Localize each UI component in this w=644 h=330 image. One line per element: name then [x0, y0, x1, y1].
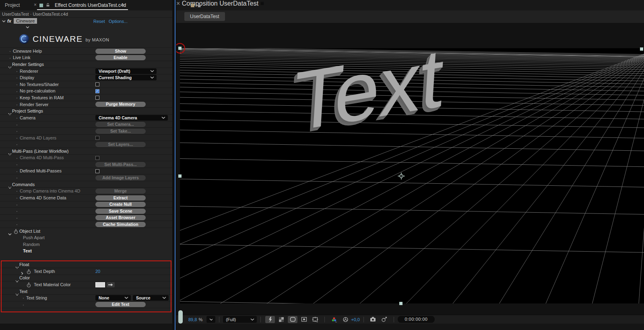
param-button[interactable]: Enable: [95, 55, 146, 60]
group-label[interactable]: Float: [19, 262, 29, 267]
effect-name[interactable]: Cineware: [14, 18, 37, 24]
stopwatch-icon[interactable]: [27, 269, 31, 275]
param-label: Display: [20, 75, 34, 80]
param-button[interactable]: Save Scene: [95, 209, 146, 214]
left-tab-bar: Project × Effect Controls UserDataTest.c…: [0, 0, 172, 10]
snapshot-view-icon: [381, 317, 387, 322]
region-of-interest-button[interactable]: [299, 316, 309, 323]
param-button[interactable]: Cache Simulation: [95, 222, 146, 227]
unlock-icon[interactable]: [197, 3, 201, 8]
aperture-icon: [343, 317, 349, 322]
group-label[interactable]: Color: [19, 275, 30, 280]
camera-icon: [370, 317, 376, 322]
param-button[interactable]: Show: [95, 49, 146, 54]
group-label[interactable]: Render Settings: [12, 62, 44, 67]
group-label[interactable]: Multi-Pass (Linear Workflow): [12, 149, 68, 154]
preview-timecode[interactable]: 0:00:00:00: [398, 316, 435, 323]
group-row: Multi-Pass (Linear Workflow): [0, 148, 172, 154]
mask-visibility-button[interactable]: [288, 316, 297, 323]
object-list-item[interactable]: Random: [23, 242, 40, 247]
magnification-dropdown-button[interactable]: [206, 316, 215, 323]
reset-exposure-button[interactable]: [341, 316, 350, 323]
eyedropper-button[interactable]: [107, 282, 115, 287]
transparency-grid-button[interactable]: [277, 316, 286, 323]
options-link[interactable]: Options...: [109, 19, 128, 24]
group-label[interactable]: Commands: [12, 182, 35, 187]
select-value: Current Shading: [99, 75, 132, 80]
layer-handle-top-right[interactable]: [640, 47, 643, 51]
param-checkbox[interactable]: [95, 156, 99, 160]
param-checkbox[interactable]: [95, 82, 99, 86]
reset-link[interactable]: Reset: [93, 19, 105, 24]
composition-status-bar: 89,8 % (Full): [176, 315, 644, 324]
effect-row: Text StringNoneSource: [0, 294, 172, 301]
param-label: Defined Multi-Passes: [20, 168, 62, 173]
object-list-item[interactable]: Push Apart: [23, 235, 45, 240]
param-button[interactable]: Edit Text: [95, 302, 146, 307]
param-checkbox[interactable]: [95, 136, 99, 140]
param-checkbox[interactable]: [95, 96, 99, 100]
param-label: Cinema 4D Scene Data: [20, 195, 66, 200]
effect-row: Add Image Layers: [0, 174, 172, 181]
fast-preview-button[interactable]: [265, 316, 275, 323]
scrollbar-thumb[interactable]: [178, 310, 183, 324]
color-swatch[interactable]: [95, 282, 105, 287]
param-button[interactable]: Merge: [95, 189, 146, 194]
right-tab-bar: × Composition UserDataTest ≡: [176, 0, 644, 10]
param-button[interactable]: Asset Browser: [95, 215, 146, 220]
close-tab-icon[interactable]: ×: [176, 0, 180, 7]
param-button[interactable]: Create Null: [95, 202, 146, 207]
group-label[interactable]: Object List: [19, 229, 40, 234]
param-button[interactable]: Set Layers...: [95, 142, 146, 147]
param-button[interactable]: Set Multi-Pass...: [95, 162, 146, 167]
take-snapshot-button[interactable]: [368, 316, 378, 323]
row-dot: [17, 91, 17, 92]
anchor-point-icon[interactable]: [398, 172, 405, 180]
param-select[interactable]: Cinema 4D Camera: [95, 115, 168, 121]
panel-divider[interactable]: [172, 0, 176, 330]
param-button[interactable]: Add Image Layers: [95, 175, 146, 180]
param-select[interactable]: Source: [133, 295, 169, 301]
param-button[interactable]: Extract: [95, 195, 146, 201]
param-select[interactable]: Current Shading: [95, 75, 157, 80]
param-value[interactable]: 20: [95, 269, 100, 274]
chevron-down-icon[interactable]: [2, 20, 6, 23]
panel-menu-icon[interactable]: ≡: [260, 0, 264, 7]
param-button[interactable]: Set Camera...: [95, 122, 146, 127]
layer-handle-bottom-center[interactable]: [399, 302, 402, 305]
row-dot: [17, 224, 17, 225]
cineware-swirl-icon: [19, 34, 29, 44]
param-checkbox[interactable]: ✓: [95, 89, 99, 93]
chevron-down-icon: [124, 297, 128, 299]
show-channel-button[interactable]: [329, 316, 339, 323]
group-label[interactable]: Project Settings: [12, 109, 43, 113]
param-select[interactable]: None: [95, 295, 131, 301]
grid-guide-options-button[interactable]: [310, 316, 320, 323]
close-tab-icon[interactable]: ×: [34, 2, 37, 8]
group-label[interactable]: Text: [19, 289, 27, 294]
tab-effect-controls[interactable]: Effect Controls UserDataTest.c4d: [55, 2, 126, 8]
param-select[interactable]: Viewport (Draft): [95, 68, 157, 74]
stopwatch-icon[interactable]: [14, 229, 18, 234]
param-button[interactable]: Purge Memory: [95, 102, 146, 107]
comp-name-chip[interactable]: UserDataTest: [184, 12, 225, 21]
group-row: Project Settings: [0, 107, 172, 114]
stopwatch-icon[interactable]: [27, 283, 31, 288]
chevron-down-icon[interactable]: [26, 26, 29, 29]
zoom-value[interactable]: 89,8: [188, 317, 197, 322]
row-dot: [17, 98, 17, 98]
param-button[interactable]: Set Take...: [95, 129, 146, 134]
param-label: Cineware Help: [13, 49, 42, 53]
composition-canvas[interactable]: Text: [180, 48, 644, 303]
group-row: Render Settings: [0, 61, 172, 68]
show-snapshot-button[interactable]: [380, 316, 389, 323]
layer-handle-left-middle[interactable]: [178, 174, 182, 178]
unlock-icon[interactable]: [46, 3, 50, 6]
resolution-dropdown[interactable]: (Full): [223, 316, 257, 323]
panel-menu-icon[interactable]: ≡: [122, 2, 125, 8]
param-checkbox[interactable]: [95, 169, 99, 173]
exposure-value[interactable]: +0,0: [351, 317, 360, 322]
object-list-item[interactable]: Text: [23, 248, 32, 253]
separator: [260, 317, 261, 322]
tab-project[interactable]: Project: [5, 2, 20, 8]
